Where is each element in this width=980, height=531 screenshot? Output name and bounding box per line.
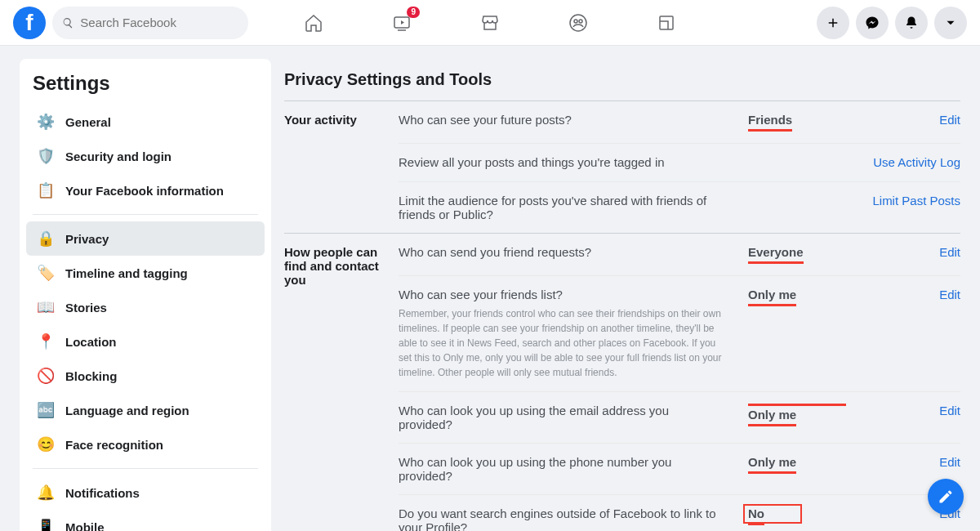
sidebar-item-label: Stories <box>65 301 107 315</box>
setting-row: Limit the audience for posts you've shar… <box>399 181 960 233</box>
sidebar-item-label: Security and login <box>65 149 172 163</box>
setting-row: Who can see your future posts? Friends E… <box>399 101 960 143</box>
sidebar-item-language[interactable]: 🔤 Language and region <box>26 393 265 427</box>
sidebar-item-privacy[interactable]: 🔒 Privacy <box>26 221 265 256</box>
book-icon: 📖 <box>36 297 56 317</box>
sidebar-item-label: Mobile <box>65 520 105 532</box>
sidebar-item-face[interactable]: 😊 Face recognition <box>26 427 265 462</box>
setting-value: Friends <box>748 113 792 132</box>
sidebar-item-security[interactable]: 🛡️ Security and login <box>26 139 265 173</box>
top-bar: f 9 <box>0 0 980 46</box>
sidebar-item-label: Timeline and tagging <box>65 266 188 280</box>
edit-link[interactable]: Edit <box>939 404 960 417</box>
sidebar-item-stories[interactable]: 📖 Stories <box>26 290 265 324</box>
setting-row: Who can look you up using the phone numb… <box>399 443 960 494</box>
compose-fab[interactable] <box>928 479 964 515</box>
facebook-logo[interactable]: f <box>13 7 46 39</box>
nav-watch[interactable]: 9 <box>390 11 413 34</box>
section-title: Your activity <box>284 101 399 233</box>
sidebar-item-label: General <box>65 115 111 129</box>
sidebar-item-blocking[interactable]: 🚫 Blocking <box>26 359 265 393</box>
account-button[interactable] <box>934 7 967 39</box>
pin-icon: 📍 <box>36 332 56 351</box>
search-input[interactable] <box>80 16 238 29</box>
messenger-icon <box>865 16 880 30</box>
language-icon: 🔤 <box>36 400 56 420</box>
topbar-actions <box>817 7 967 39</box>
watch-badge: 9 <box>407 7 420 18</box>
sidebar-item-notifications[interactable]: 🔔 Notifications <box>26 475 265 510</box>
sidebar-item-label: Blocking <box>65 369 117 383</box>
plus-icon <box>826 16 840 30</box>
sidebar-item-general[interactable]: ⚙️ General <box>26 105 265 139</box>
block-icon: 🚫 <box>36 366 56 386</box>
page-title: Privacy Settings and Tools <box>284 65 960 101</box>
setting-label: Who can see your future posts? <box>399 113 724 127</box>
sidebar-item-timeline[interactable]: 🏷️ Timeline and tagging <box>26 256 265 290</box>
limit-posts-link[interactable]: Limit Past Posts <box>872 194 960 207</box>
edit-link[interactable]: Edit <box>939 455 960 469</box>
home-icon <box>304 13 323 33</box>
groups-icon <box>568 13 588 33</box>
nav-groups[interactable] <box>567 11 590 34</box>
setting-value: Only me <box>748 408 796 426</box>
main-content: Privacy Settings and Tools Your activity… <box>278 46 980 531</box>
sidebar-separator <box>33 214 258 215</box>
notifications-button[interactable] <box>895 7 928 39</box>
sidebar: Settings ⚙️ General 🛡️ Security and logi… <box>0 46 278 531</box>
sidebar-item-mobile[interactable]: 📱 Mobile <box>26 510 265 531</box>
sidebar-item-label: Notifications <box>65 486 140 500</box>
info-icon: 📋 <box>36 181 56 200</box>
messenger-button[interactable] <box>856 7 889 39</box>
setting-row: Who can look you up using the email addr… <box>399 391 960 443</box>
bell-icon: 🔔 <box>36 483 56 502</box>
setting-value: Only me <box>748 455 796 474</box>
activity-log-link[interactable]: Use Activity Log <box>873 155 960 169</box>
svg-point-5 <box>579 20 582 23</box>
svg-point-4 <box>574 20 577 23</box>
face-icon: 😊 <box>36 435 56 454</box>
chevron-down-icon <box>943 16 958 30</box>
gear-icon: ⚙️ <box>36 112 56 132</box>
sidebar-separator <box>33 468 258 469</box>
nav-marketplace[interactable] <box>479 11 501 34</box>
search-icon <box>62 16 74 29</box>
sidebar-item-label: Language and region <box>65 404 189 417</box>
top-nav: 9 <box>302 11 678 34</box>
shield-icon: 🛡️ <box>36 146 56 166</box>
tag-icon: 🏷️ <box>36 263 56 283</box>
sidebar-item-label: Privacy <box>65 232 109 246</box>
setting-label: Who can see your friends list? <box>399 288 724 301</box>
search-box[interactable] <box>52 7 248 39</box>
highlight-box <box>743 504 802 524</box>
setting-row: Do you want search engines outside of Fa… <box>399 494 960 531</box>
pencil-icon <box>938 489 954 505</box>
edit-link[interactable]: Edit <box>939 288 960 301</box>
setting-label: Who can look you up using the email addr… <box>399 404 724 431</box>
setting-value: Everyone <box>748 245 804 264</box>
setting-label: Do you want search engines outside of Fa… <box>399 506 724 531</box>
sidebar-item-label: Location <box>65 335 117 349</box>
nav-home[interactable] <box>302 11 325 34</box>
section-title: How people can find and contact you <box>284 234 399 531</box>
svg-marker-1 <box>401 20 404 25</box>
edit-link[interactable]: Edit <box>939 245 960 259</box>
section-your-activity: Your activity Who can see your future po… <box>284 101 960 234</box>
setting-row: Review all your posts and things you're … <box>399 143 960 181</box>
svg-point-3 <box>570 15 586 31</box>
edit-link[interactable]: Edit <box>939 113 960 127</box>
setting-label: Review all your posts and things you're … <box>399 155 724 169</box>
sidebar-item-your-info[interactable]: 📋 Your Facebook information <box>26 173 265 207</box>
setting-label: Who can send you friend requests? <box>399 245 724 259</box>
sidebar-item-label: Face recognition <box>65 438 163 452</box>
setting-sublabel: Remember, your friends control who can s… <box>399 306 724 380</box>
nav-gaming[interactable] <box>655 11 678 34</box>
create-button[interactable] <box>817 7 849 39</box>
sidebar-title: Settings <box>20 65 271 105</box>
svg-rect-6 <box>660 16 673 29</box>
sidebar-item-location[interactable]: 📍 Location <box>26 324 265 359</box>
setting-label: Limit the audience for posts you've shar… <box>399 194 724 221</box>
setting-row: Who can send you friend requests? Everyo… <box>399 234 960 275</box>
section-contact: How people can find and contact you Who … <box>284 234 960 531</box>
sidebar-item-label: Your Facebook information <box>65 184 224 198</box>
